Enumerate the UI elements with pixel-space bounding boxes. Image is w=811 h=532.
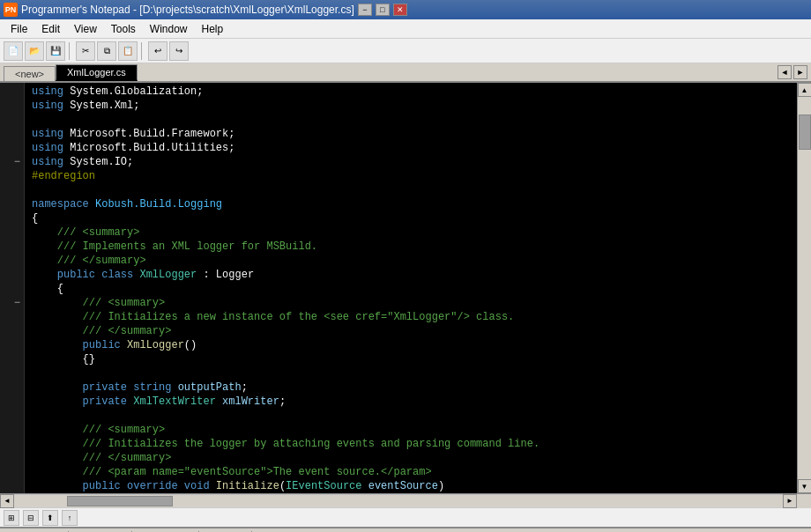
menu-view[interactable]: View <box>67 21 104 37</box>
vertical-scrollbar[interactable]: ▲ ▼ <box>797 83 811 493</box>
line-gutter: − − <box>0 83 25 493</box>
title-bar: PN Programmer's Notepad - [D:\projects\s… <box>0 0 811 19</box>
tab-bar: <new> XmlLogger.cs ◄ ► <box>0 63 811 83</box>
menu-window[interactable]: Window <box>143 21 195 37</box>
gutter-2 <box>0 99 24 113</box>
gutter-9 <box>0 197 24 211</box>
gutter-15 <box>0 282 24 296</box>
gutter-23 <box>0 395 24 409</box>
toolbar: 📄 📂 💾 ✂ ⧉ 📋 ↩ ↪ <box>0 39 811 63</box>
undo-button[interactable]: ↩ <box>148 41 167 61</box>
tab-nav-right[interactable]: ► <box>793 65 807 79</box>
gutter-22 <box>0 381 24 395</box>
gutter-19 <box>0 338 24 352</box>
gutter-20 <box>0 352 24 366</box>
gutter-29 <box>0 479 24 493</box>
gutter-collapse-2[interactable]: − <box>0 296 24 310</box>
copy-button[interactable]: ⧉ <box>97 41 116 61</box>
paste-button[interactable]: 📋 <box>118 41 138 61</box>
status-bar: [1:1] : 402 UTF-8 CR+LF INS Ready <box>0 527 811 532</box>
maximize-button[interactable]: □ <box>376 4 390 16</box>
redo-button[interactable]: ↪ <box>169 41 189 61</box>
toolbar-icon-4[interactable]: ↑ <box>62 510 78 526</box>
scrollbar-corner <box>797 494 811 508</box>
scroll-track[interactable] <box>798 97 811 479</box>
gutter-8 <box>0 183 24 197</box>
menu-file[interactable]: File <box>4 21 34 37</box>
gutter-17 <box>0 310 24 324</box>
scroll-left-button[interactable]: ◄ <box>0 494 14 508</box>
gutter-18 <box>0 324 24 338</box>
cut-button[interactable]: ✂ <box>76 41 95 61</box>
icon-toolbar: ⊞ ⊟ ⬆ ↑ <box>0 507 811 527</box>
gutter-21 <box>0 366 24 381</box>
gutter-25 <box>0 423 24 437</box>
horizontal-scrollbar[interactable]: ◄ ► <box>0 493 811 507</box>
scroll-right-button[interactable]: ► <box>783 494 797 508</box>
gutter-10 <box>0 211 24 225</box>
tab-navigation: ◄ ► <box>778 65 807 81</box>
gutter-13 <box>0 254 24 268</box>
toolbar-icon-2[interactable]: ⊟ <box>23 510 39 526</box>
gutter-7 <box>0 169 24 183</box>
tab-nav-left[interactable]: ◄ <box>778 65 792 79</box>
gutter-27 <box>0 451 24 465</box>
menu-tools[interactable]: Tools <box>104 21 143 37</box>
scroll-down-button[interactable]: ▼ <box>798 479 812 493</box>
open-file-button[interactable]: 📂 <box>25 41 44 61</box>
new-file-button[interactable]: 📄 <box>4 41 23 61</box>
gutter-11 <box>0 225 24 240</box>
title-text: Programmer's Notepad - [D:\projects\scra… <box>21 4 354 16</box>
minimize-button[interactable]: − <box>358 4 372 16</box>
tab-xmllogger[interactable]: XmlLogger.cs <box>56 64 138 81</box>
gutter-1 <box>0 85 24 99</box>
gutter-5 <box>0 141 24 155</box>
toolbar-icon-3[interactable]: ⬆ <box>42 510 58 526</box>
gutter-26 <box>0 437 24 451</box>
toolbar-icon-1[interactable]: ⊞ <box>4 510 19 526</box>
tab-new[interactable]: <new> <box>4 66 56 81</box>
menu-help[interactable]: Help <box>195 21 231 37</box>
scroll-thumb[interactable] <box>799 115 811 150</box>
gutter-24 <box>0 409 24 423</box>
scroll-up-button[interactable]: ▲ <box>798 83 812 97</box>
gutter-14 <box>0 268 24 282</box>
gutter-28 <box>0 465 24 479</box>
editor-container: − − using System.Globalization; using Sy… <box>0 83 811 493</box>
gutter-3 <box>0 113 24 127</box>
gutter-4 <box>0 127 24 141</box>
code-editor[interactable]: using System.Globalization; using System… <box>25 83 797 493</box>
save-file-button[interactable]: 💾 <box>46 41 65 61</box>
app-icon: PN <box>4 3 18 17</box>
menu-bar: File Edit View Tools Window Help <box>0 19 811 39</box>
close-button[interactable]: ✕ <box>393 4 407 16</box>
gutter-collapse-1[interactable]: − <box>0 155 24 169</box>
hscroll-thumb[interactable] <box>67 496 173 506</box>
gutter-12 <box>0 240 24 254</box>
menu-edit[interactable]: Edit <box>34 21 67 37</box>
hscroll-track[interactable] <box>14 495 783 507</box>
